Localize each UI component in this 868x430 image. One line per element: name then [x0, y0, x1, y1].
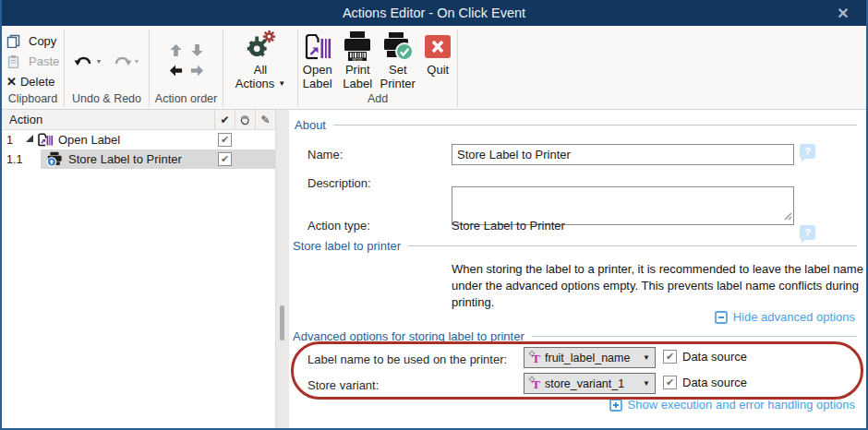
expander-icon[interactable] — [26, 135, 33, 142]
delete-label: Delete — [20, 75, 55, 89]
name-label: Name: — [307, 148, 343, 161]
action-tree-header: Action ✔ ✎ — [2, 110, 275, 130]
resize-grip-icon[interactable] — [783, 209, 792, 223]
dropdown-arrow-icon: ▼ — [643, 379, 650, 388]
data-source-option: ✔ Data source — [663, 350, 747, 364]
dropdown-value: store_variant_1 — [545, 377, 643, 390]
about-section-header: About — [295, 118, 857, 132]
check-icon: ✔ — [220, 113, 229, 126]
all-actions-label-line1: All — [254, 63, 267, 77]
close-icon[interactable]: ✕ — [829, 0, 857, 26]
quit-text: Quit — [427, 63, 449, 77]
label-name-label: Label name to be used on the printer: — [307, 352, 507, 366]
description-label: Description: — [307, 176, 371, 190]
all-actions-gear-icon — [244, 29, 277, 62]
enabled-checkbox[interactable]: ✔ — [218, 133, 232, 147]
tree-row-open-label[interactable]: 1 Open Label ✔ — [2, 130, 275, 149]
data-source-checkbox[interactable]: ✔ — [663, 376, 677, 389]
copy-button[interactable]: Copy — [6, 30, 64, 51]
set-printer-text-line2: Printer — [380, 77, 416, 90]
data-source-label: Data source — [682, 350, 747, 364]
redo-icon — [112, 54, 132, 67]
data-source-label: Data source — [682, 376, 747, 389]
clipboard-group: Copy Paste ✕ Delete Clipboard — [2, 26, 64, 109]
svg-text:987231: 987231 — [353, 58, 363, 62]
row-number: 1.1 — [2, 153, 26, 166]
print-label-icon: 987231 — [343, 30, 372, 63]
open-label-button[interactable]: Open Label — [298, 30, 337, 92]
move-left-icon[interactable] — [169, 64, 183, 78]
action-tree-panel: Action ✔ ✎ 1 — [2, 110, 275, 430]
print-label-text-line1: Print — [345, 63, 370, 77]
name-help-icon[interactable]: ? — [800, 144, 815, 159]
enabled-checkbox[interactable]: ✔ — [218, 152, 232, 166]
undo-dropdown-icon[interactable]: ▼ — [96, 58, 102, 67]
delete-button[interactable]: ✕ Delete — [6, 71, 64, 91]
open-label-text-line1: Open — [303, 63, 332, 77]
ribbon-separator — [457, 30, 458, 107]
move-right-icon[interactable] — [190, 64, 204, 78]
action-column-header[interactable]: Action — [2, 113, 214, 126]
pencil-icon: ✎ — [260, 113, 270, 126]
window-title: Actions Editor - On Click Event — [343, 6, 525, 20]
collapse-icon — [715, 311, 728, 324]
editor-body: Action ✔ ✎ 1 — [2, 110, 866, 430]
splitter-grip-icon — [280, 305, 284, 340]
all-actions-group-label — [223, 92, 297, 109]
action-properties-panel: About Name: ? Description: ? Action type… — [289, 110, 866, 430]
description-help-icon[interactable]: ? — [800, 225, 815, 240]
set-printer-text-line1: Set — [389, 63, 407, 77]
show-execution-options-link[interactable]: Show execution and error handling option… — [609, 398, 855, 412]
action-type-label: Action type: — [307, 219, 370, 233]
undo-redo-group: ▼ ▼ Undo & Redo — [65, 26, 149, 109]
redo-button[interactable]: ▼ — [112, 54, 140, 67]
expand-icon — [609, 399, 622, 412]
move-down-icon[interactable] — [190, 43, 204, 57]
all-actions-dropdown-icon: ▼ — [278, 79, 285, 88]
dropdown-arrow-icon: ▼ — [643, 353, 650, 362]
copy-label: Copy — [29, 34, 56, 48]
store-label-tree-icon — [46, 151, 64, 167]
tree-row-store-label-to-printer[interactable]: 1.1 Store Label to Printer ✔ — [2, 149, 275, 169]
open-label-text-line2: Label — [303, 77, 332, 90]
move-up-icon[interactable] — [169, 43, 183, 57]
edit-column-header[interactable]: ✎ — [255, 110, 275, 129]
hand-icon — [239, 113, 251, 125]
label-name-dropdown[interactable]: T fruit_label_name ▼ — [524, 347, 656, 368]
delete-icon: ✕ — [6, 76, 17, 88]
open-label-icon — [304, 30, 332, 63]
paste-button[interactable]: Paste — [6, 51, 64, 71]
enabled-column-header[interactable]: ✔ — [214, 110, 235, 129]
hide-advanced-options-link[interactable]: Hide advanced options — [715, 310, 855, 324]
all-actions-button[interactable]: All Actions▼ — [223, 29, 297, 92]
redo-dropdown-icon[interactable]: ▼ — [134, 58, 140, 67]
name-input[interactable] — [452, 144, 794, 165]
paste-label: Paste — [29, 54, 59, 68]
quit-button[interactable]: Quit — [419, 30, 458, 92]
action-order-group: Action order — [150, 26, 223, 109]
store-variant-dropdown[interactable]: T store_variant_1 ▼ — [524, 373, 656, 394]
tree-row-label: Store Label to Printer — [68, 152, 182, 166]
set-printer-button[interactable]: Set Printer — [379, 30, 417, 92]
add-group-label: Add — [298, 92, 457, 109]
data-source-checkbox[interactable]: ✔ — [663, 350, 677, 364]
undo-icon — [74, 54, 94, 67]
quit-icon — [424, 30, 452, 63]
variable-icon: T — [528, 351, 542, 365]
undo-button[interactable]: ▼ — [74, 54, 102, 67]
open-label-tree-icon — [37, 132, 54, 148]
variable-icon: T — [528, 376, 542, 391]
store-section-header: Store label to printer — [293, 239, 857, 253]
set-printer-icon — [382, 30, 414, 63]
action-type-value: Store Label to Printer — [452, 219, 565, 233]
action-order-group-label: Action order — [150, 92, 223, 109]
breakpoint-column-header[interactable] — [235, 110, 255, 129]
dropdown-value: fruit_label_name — [545, 352, 643, 364]
data-source-option: ✔ Data source — [663, 376, 747, 389]
actions-editor-window: Actions Editor - On Click Event ✕ Copy P… — [0, 0, 868, 430]
store-variant-label: Store variant: — [307, 378, 379, 392]
store-info-text: When storing the label to a printer, it … — [452, 261, 868, 311]
print-label-button[interactable]: 987231 Print Label — [339, 30, 378, 92]
clipboard-group-label: Clipboard — [2, 92, 64, 109]
panel-splitter[interactable] — [275, 110, 289, 430]
